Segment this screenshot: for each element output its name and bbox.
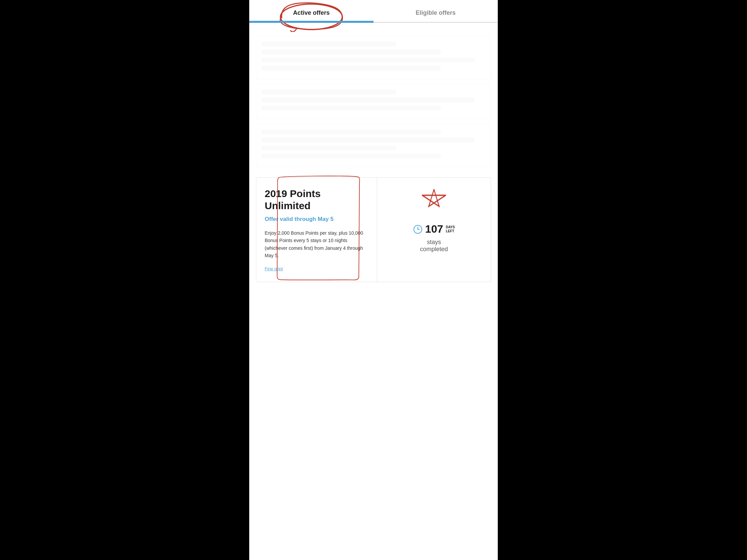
placeholder-line xyxy=(261,138,474,142)
placeholder-line xyxy=(261,90,396,94)
clock-icon xyxy=(413,224,422,234)
offer-left-panel: 2019 Points Unlimited Offer valid throug… xyxy=(256,178,377,282)
placeholder-line xyxy=(261,154,441,158)
tab-active-offers[interactable]: Active offers xyxy=(249,3,374,22)
placeholder-line xyxy=(261,130,441,134)
placeholder-line xyxy=(261,98,474,102)
stays-completed-line1: stays xyxy=(420,239,448,246)
placeholder-line xyxy=(261,146,396,151)
content-area: 2019 Points Unlimited Offer valid throug… xyxy=(249,23,498,289)
stays-completed: stays completed xyxy=(420,239,448,253)
tabs-container: Active offers Eligible offers xyxy=(249,0,498,23)
placeholder-line xyxy=(261,58,474,62)
offer-description: Enjoy 2,000 Bonus Points per stay, plus … xyxy=(265,229,368,260)
fine-print-link[interactable]: Fine print xyxy=(265,266,283,271)
offer-card: 2019 Points Unlimited Offer valid throug… xyxy=(256,177,491,282)
main-container: Active offers Eligible offers xyxy=(249,0,498,560)
placeholder-line xyxy=(261,106,441,110)
annotation-star xyxy=(419,188,449,216)
offer-title: 2019 Points Unlimited xyxy=(265,188,368,212)
placeholder-line xyxy=(261,66,441,71)
tab-active-offers-label: Active offers xyxy=(293,9,330,16)
days-left-number: 107 xyxy=(425,223,443,235)
tab-eligible-offers-label: Eligible offers xyxy=(415,9,456,16)
placeholder-block-1 xyxy=(256,36,491,79)
days-left-label: DAYS LEFT xyxy=(446,225,455,233)
offer-right-panel: 107 DAYS LEFT stays completed xyxy=(377,178,491,282)
placeholder-block-3 xyxy=(256,124,491,167)
placeholder-block-2 xyxy=(256,84,491,119)
days-label-line1: DAYS xyxy=(446,225,455,229)
placeholder-line xyxy=(261,50,441,54)
placeholder-line xyxy=(261,42,396,46)
offer-valid-through: Offer valid through May 5 xyxy=(265,216,368,222)
placeholder-content xyxy=(256,36,491,167)
days-label-line2: LEFT xyxy=(446,229,455,233)
active-tab-indicator xyxy=(249,21,374,22)
days-left-container: 107 DAYS LEFT xyxy=(413,223,455,235)
tab-eligible-offers[interactable]: Eligible offers xyxy=(374,3,498,22)
stays-completed-line2: completed xyxy=(420,246,448,253)
